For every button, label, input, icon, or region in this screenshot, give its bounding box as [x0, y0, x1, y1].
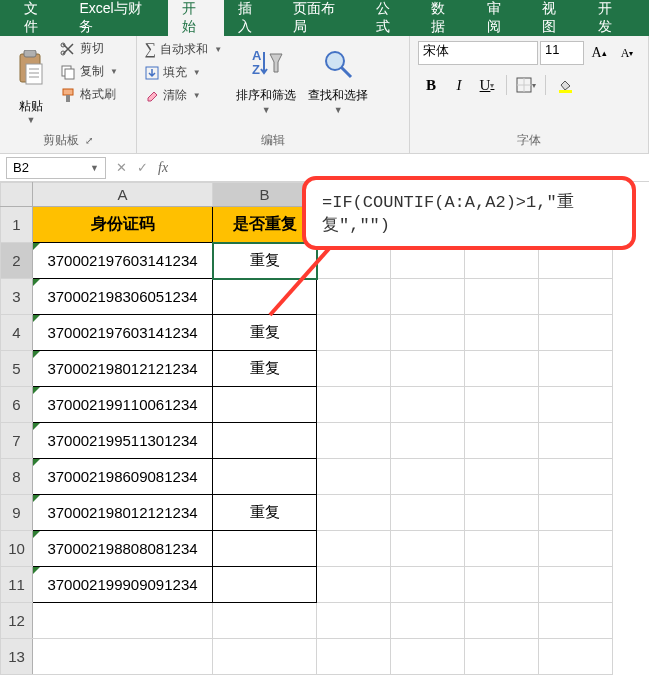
row-header[interactable]: 13 [1, 639, 33, 675]
cell[interactable] [465, 423, 539, 459]
cell[interactable] [465, 603, 539, 639]
cell[interactable] [317, 459, 391, 495]
fill-button[interactable]: 填充▼ [145, 64, 222, 81]
row-header[interactable]: 7 [1, 423, 33, 459]
clipboard-expand-icon[interactable]: ⤢ [85, 135, 93, 146]
borders-button[interactable]: ▾ [513, 72, 539, 98]
col-header-B[interactable]: B [213, 183, 317, 207]
cell[interactable] [317, 387, 391, 423]
cut-button[interactable]: 剪切 [60, 40, 118, 57]
row-header[interactable]: 1 [1, 207, 33, 243]
cell[interactable] [465, 351, 539, 387]
cell[interactable] [539, 279, 613, 315]
row-header[interactable]: 5 [1, 351, 33, 387]
cell[interactable] [465, 459, 539, 495]
cell[interactable]: 370002199909091234 [33, 567, 213, 603]
cell[interactable] [33, 603, 213, 639]
cell[interactable] [213, 603, 317, 639]
cell[interactable]: 370002197603141234 [33, 315, 213, 351]
paste-button[interactable]: 粘贴 ▼ [8, 40, 54, 125]
cell[interactable]: 370002198306051234 [33, 279, 213, 315]
cell[interactable] [391, 387, 465, 423]
cell[interactable] [539, 603, 613, 639]
cell[interactable] [539, 567, 613, 603]
cell[interactable]: 重复 [213, 351, 317, 387]
cell[interactable] [539, 315, 613, 351]
cell[interactable] [317, 531, 391, 567]
cell[interactable] [213, 423, 317, 459]
row-header[interactable]: 3 [1, 279, 33, 315]
cell[interactable] [539, 531, 613, 567]
cell[interactable] [317, 639, 391, 675]
shrink-font-button[interactable]: A▾ [614, 40, 640, 66]
cell[interactable] [465, 279, 539, 315]
cell[interactable] [213, 387, 317, 423]
name-box[interactable]: B2 ▼ [6, 157, 106, 179]
fx-icon[interactable]: fx [158, 160, 168, 176]
cell[interactable] [539, 351, 613, 387]
cell[interactable] [539, 387, 613, 423]
bold-button[interactable]: B [418, 72, 444, 98]
cell[interactable]: 370002198012121234 [33, 495, 213, 531]
row-header[interactable]: 12 [1, 603, 33, 639]
cell[interactable] [213, 567, 317, 603]
cell[interactable] [33, 639, 213, 675]
cell[interactable] [391, 603, 465, 639]
cancel-formula-icon[interactable]: ✕ [116, 160, 127, 175]
cell[interactable] [317, 603, 391, 639]
row-header[interactable]: 6 [1, 387, 33, 423]
cell[interactable] [465, 531, 539, 567]
select-all-corner[interactable] [1, 183, 33, 207]
accept-formula-icon[interactable]: ✓ [137, 160, 148, 175]
format-painter-button[interactable]: 格式刷 [60, 86, 118, 103]
cell[interactable] [465, 639, 539, 675]
cell[interactable] [465, 567, 539, 603]
font-name-select[interactable]: 宋体 [418, 41, 538, 65]
col-header-A[interactable]: A [33, 183, 213, 207]
cell[interactable] [391, 315, 465, 351]
cell[interactable] [539, 639, 613, 675]
cell[interactable] [213, 531, 317, 567]
cell[interactable]: 370002197603141234 [33, 243, 213, 279]
cell[interactable] [391, 567, 465, 603]
cell[interactable] [539, 459, 613, 495]
cell[interactable]: 重复 [213, 495, 317, 531]
fill-color-button[interactable] [552, 72, 578, 98]
cell[interactable] [213, 639, 317, 675]
row-header[interactable]: 8 [1, 459, 33, 495]
chevron-down-icon[interactable]: ▼ [90, 163, 99, 173]
cell[interactable] [317, 567, 391, 603]
row-header[interactable]: 2 [1, 243, 33, 279]
grow-font-button[interactable]: A▴ [586, 40, 612, 66]
cell[interactable] [391, 639, 465, 675]
cell[interactable]: 370002198808081234 [33, 531, 213, 567]
cell[interactable] [539, 495, 613, 531]
cell[interactable] [465, 495, 539, 531]
cell[interactable]: 370002198012121234 [33, 351, 213, 387]
cell[interactable] [391, 423, 465, 459]
cell[interactable] [391, 351, 465, 387]
cell[interactable]: 370002199110061234 [33, 387, 213, 423]
underline-button[interactable]: U▾ [474, 72, 500, 98]
cell[interactable]: 身份证码 [33, 207, 213, 243]
row-header[interactable]: 4 [1, 315, 33, 351]
clear-button[interactable]: 清除▼ [145, 87, 222, 104]
copy-button[interactable]: 复制▼ [60, 63, 118, 80]
cell[interactable] [465, 315, 539, 351]
row-header[interactable]: 11 [1, 567, 33, 603]
cell[interactable] [391, 279, 465, 315]
font-size-select[interactable]: 11 [540, 41, 584, 65]
cell[interactable] [539, 423, 613, 459]
find-select-button[interactable]: 查找和选择▼ [302, 40, 374, 117]
row-header[interactable]: 9 [1, 495, 33, 531]
cell[interactable] [317, 495, 391, 531]
sort-filter-button[interactable]: A Z 排序和筛选▼ [230, 40, 302, 117]
cell[interactable] [317, 423, 391, 459]
cell[interactable] [213, 459, 317, 495]
cell[interactable] [391, 459, 465, 495]
cell[interactable] [465, 387, 539, 423]
row-header[interactable]: 10 [1, 531, 33, 567]
cell[interactable] [391, 531, 465, 567]
autosum-button[interactable]: ∑ 自动求和▼ [145, 40, 222, 58]
italic-button[interactable]: I [446, 72, 472, 98]
